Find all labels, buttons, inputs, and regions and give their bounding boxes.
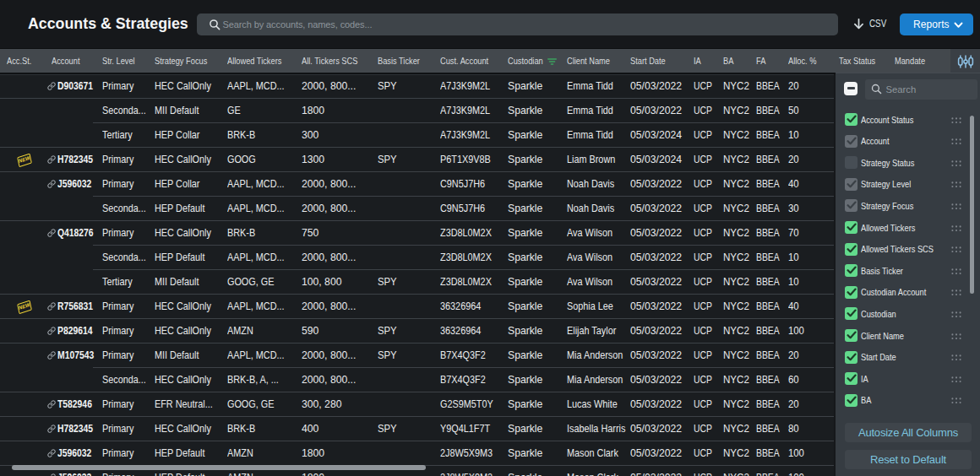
column-checkbox[interactable] <box>845 243 858 256</box>
table-row[interactable]: NEWH782345PrimaryHEC CallOnlyGOOG1300SPY… <box>0 148 834 172</box>
column-header-allowed[interactable]: Allowed Tickers <box>227 49 302 73</box>
drag-handle[interactable] <box>951 160 962 167</box>
column-checkbox[interactable] <box>845 156 858 169</box>
column-header-date[interactable]: Start Date <box>630 49 694 73</box>
drag-handle[interactable] <box>951 203 962 210</box>
column-checkbox[interactable] <box>845 307 858 320</box>
account-code[interactable]: M107543 <box>57 343 94 368</box>
horizontal-scrollbar[interactable] <box>12 465 426 470</box>
column-header-tax[interactable]: Tax Status <box>839 49 895 73</box>
column-header-scs[interactable]: All. Tickers SCS <box>302 49 378 73</box>
drag-handle[interactable] <box>951 138 962 145</box>
column-toggle-item[interactable]: IA <box>836 369 980 391</box>
column-toggle-item[interactable]: Strategy Level <box>836 174 980 196</box>
search-input[interactable]: Search by accounts, names, codes... <box>197 14 838 35</box>
drag-handle-icon <box>951 376 962 383</box>
table-row[interactable]: Seconda...HEP DefaultAAPL, MCD...2000, 8… <box>0 246 834 270</box>
column-checkbox[interactable] <box>845 372 858 385</box>
cell-text: Primary <box>102 74 133 99</box>
column-header-basis[interactable]: Basis Ticker <box>378 49 440 73</box>
column-header-fa[interactable]: FA <box>756 49 788 73</box>
drag-handle[interactable] <box>951 333 962 340</box>
column-toggle-item[interactable]: Client Name <box>836 326 980 348</box>
reset-to-default-button[interactable]: Reset to Default <box>845 450 972 469</box>
panel-vertical-scrollbar[interactable] <box>970 116 975 294</box>
account-code[interactable]: P829614 <box>57 319 92 343</box>
panel-search-input[interactable]: Search <box>865 79 977 100</box>
column-header-client[interactable]: Client Name <box>567 49 630 73</box>
table-row[interactable]: T582946PrimaryEFR Neutral...GOOG, GE300,… <box>0 392 834 417</box>
table-row[interactable]: Q418276PrimaryHEC CallOnlyBRK-B750Z3D8L0… <box>0 221 834 246</box>
drag-handle[interactable] <box>951 268 962 275</box>
table-row[interactable]: H782345PrimaryHEC CallOnlyBRK-B400SPYY9Q… <box>0 417 834 441</box>
column-toggle-item[interactable]: Strategy Focus <box>836 196 980 218</box>
table-row[interactable]: J596032PrimaryHEP DefaultAMZN18002J8W5X9… <box>0 441 834 466</box>
column-checkbox[interactable] <box>845 329 858 342</box>
column-toggle-item[interactable]: Strategy Status <box>836 153 980 175</box>
drag-handle[interactable] <box>951 225 962 232</box>
column-checkbox[interactable] <box>845 178 858 191</box>
column-toggle-item[interactable]: Custodian <box>836 304 980 326</box>
table-row[interactable]: Seconda...HEC CallOnlyBRK-B, A, ...2000,… <box>0 368 834 392</box>
column-header-alloc[interactable]: Alloc. % <box>788 49 839 73</box>
account-code[interactable]: H782345 <box>57 148 93 172</box>
drag-handle[interactable] <box>951 354 962 361</box>
column-toggle-item[interactable]: Account <box>836 131 980 153</box>
table-row[interactable]: P829614PrimaryHEC CallOnlyAMZN590SPY3632… <box>0 319 834 343</box>
cell-text: AMZN <box>227 319 253 343</box>
table-row[interactable]: M107543PrimaryMII DefaultAAPL, MCD...200… <box>0 343 834 368</box>
table-row[interactable]: Seconda...MII DefaultGE1800A7J3K9M2LSpar… <box>0 99 834 123</box>
account-code[interactable]: J596032 <box>57 172 91 197</box>
column-toggle-item[interactable]: Allowed Tickers <box>836 218 980 240</box>
column-header-account[interactable]: Account <box>52 49 102 73</box>
column-checkbox[interactable] <box>845 264 858 277</box>
drag-handle[interactable] <box>951 398 962 404</box>
column-header-cust[interactable]: Cust. Account <box>440 49 508 73</box>
columns-tool-panel-tab[interactable] <box>950 48 980 73</box>
column-header-ba[interactable]: BA <box>723 49 756 73</box>
account-code[interactable]: Q418276 <box>57 221 94 246</box>
drag-handle[interactable] <box>951 181 962 188</box>
account-code[interactable]: T582946 <box>57 392 92 417</box>
column-toggle-item[interactable]: Allowed Tickers SCS <box>836 239 980 261</box>
column-checkbox[interactable] <box>845 113 858 126</box>
column-toggle-item[interactable]: Custodian Account <box>836 282 980 304</box>
column-checkbox[interactable] <box>845 221 858 234</box>
column-header-accst[interactable]: Acc.St. <box>7 49 49 73</box>
select-all-checkbox[interactable] <box>844 82 858 95</box>
table-row[interactable]: TertiaryHEP CollarBRK-B300A7J3K9M2LSpark… <box>0 123 834 148</box>
reports-button[interactable]: Reports <box>900 14 973 35</box>
column-checkbox[interactable] <box>845 135 858 148</box>
column-header-custodian[interactable]: Custodian <box>508 49 567 73</box>
drag-handle[interactable] <box>951 376 962 383</box>
account-code[interactable]: D903671 <box>57 74 93 99</box>
account-code[interactable]: J596032 <box>57 441 91 466</box>
table-row[interactable]: J596032PrimaryHEP CollarAAPL, MCD...2000… <box>0 172 834 197</box>
cell-focus: HEP Default <box>155 246 226 270</box>
account-code[interactable]: H782345 <box>57 417 93 441</box>
column-checkbox[interactable] <box>845 394 858 407</box>
column-header-level[interactable]: Str. Level <box>102 49 155 73</box>
cell-fa: BBEA <box>756 417 787 441</box>
column-header-focus[interactable]: Strategy Focus <box>155 49 227 73</box>
drag-handle[interactable] <box>951 289 962 296</box>
column-checkbox[interactable] <box>845 351 858 364</box>
column-header-ia[interactable]: IA <box>694 49 723 73</box>
column-toggle-item[interactable]: Account Status <box>836 110 980 132</box>
cell-text: Sparkle <box>508 99 542 123</box>
table-row[interactable]: NEWR756831PrimaryHEC CallOnlyAAPL, MCD..… <box>0 295 834 319</box>
table-row[interactable]: D903671PrimaryHEC CallOnlyAAPL, MCD...20… <box>0 74 834 99</box>
drag-handle[interactable] <box>951 246 962 253</box>
table-row[interactable]: TertiaryMII DefaultGOOG, GE100, 800SPYZ3… <box>0 270 834 295</box>
column-toggle-item[interactable]: BA <box>836 390 980 412</box>
column-checkbox[interactable] <box>845 286 858 299</box>
drag-handle[interactable] <box>951 311 962 318</box>
column-toggle-item[interactable]: Basis Ticker <box>836 261 980 283</box>
cell-client: Emma Tidd <box>567 99 629 123</box>
column-checkbox[interactable] <box>845 199 858 212</box>
drag-handle[interactable] <box>951 117 962 124</box>
autosize-all-columns-button[interactable]: Autosize All Columns <box>845 423 972 442</box>
table-row[interactable]: Seconda...HEP DefaultAAPL, MCD...2000, 8… <box>0 197 834 221</box>
account-code[interactable]: R756831 <box>57 295 93 319</box>
column-toggle-item[interactable]: Start Date <box>836 347 980 369</box>
